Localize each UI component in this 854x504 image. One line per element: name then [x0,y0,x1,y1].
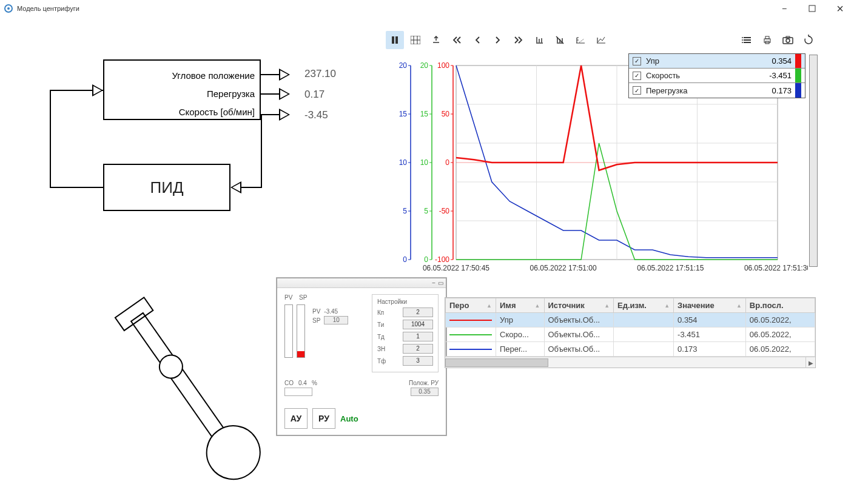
prev-button[interactable] [468,31,486,49]
pos-input[interactable]: 0.35 [411,388,439,396]
titlebar: Модель центрифуги [0,0,854,17]
zn-label: ЗН [377,346,385,352]
svg-point-13 [742,39,743,41]
wire [50,187,103,188]
close-button[interactable]: × [826,0,854,17]
pid-left-panel: PV SP PV-3.45 SP10 [284,294,363,372]
out3-label: Скорость [об/мин] [179,107,255,117]
maximize-button[interactable] [798,0,826,17]
kp-label: Кп [377,309,384,316]
wire [50,90,51,188]
legend-checkbox[interactable]: ✓ [633,86,641,95]
au-button[interactable]: АУ [284,408,308,429]
scale-button[interactable] [571,31,590,49]
minimize-button[interactable]: − [770,0,798,17]
wire [261,93,279,95]
pos-label: Полож. РУ [409,380,439,386]
table-hscroll[interactable]: ▶ [445,357,815,368]
ti-label: Ти [377,321,384,328]
co-input[interactable] [284,388,312,396]
out2-value: 0.17 [304,89,324,101]
hscroll-thumb[interactable] [445,358,548,367]
svg-point-1 [7,7,10,10]
col-src[interactable]: Источник▲ [544,298,614,313]
pause-button[interactable] [386,31,404,49]
zn-input[interactable]: 2 [403,344,433,354]
rewind-button[interactable] [448,31,466,49]
export-button[interactable] [427,31,445,49]
col-unit[interactable]: Ед.изм.▲ [614,298,674,313]
zoom-y-button[interactable] [530,31,548,49]
arrow-icon [230,181,241,193]
svg-text:-100: -100 [435,255,449,264]
list-button[interactable] [738,31,756,49]
tf-input[interactable]: 3 [403,356,433,366]
wire [261,114,262,188]
svg-text:06.05.2022 17:50:45: 06.05.2022 17:50:45 [423,264,489,272]
chart-vscroll[interactable] [809,55,818,267]
svg-text:0: 0 [424,255,428,264]
ru-button[interactable]: РУ [312,408,335,429]
arrow-icon [279,88,290,100]
svg-text:15: 15 [420,110,429,118]
legend-checkbox[interactable]: ✓ [633,57,641,66]
fastforward-button[interactable] [509,31,528,49]
trend-chart-panel: ✓ Упр 0.354 ✓ Скорость -3.451 ✓ Перегруз… [383,30,820,285]
tf-label: Тф [377,358,386,365]
svg-text:5: 5 [424,207,428,215]
window-title: Модель центрифуги [17,5,79,12]
legend-name: Скорость [646,71,680,80]
mode-label: Auto [340,414,358,423]
svg-text:0: 0 [403,255,407,264]
data-table[interactable]: Перо▲ Имя▲ Источник▲ Ед.изм.▲ Значение▲ … [445,297,816,368]
wire [261,74,279,75]
sp-bar[interactable] [297,304,305,358]
chart-legend[interactable]: ✓ Упр 0.354 ✓ Скорость -3.451 ✓ Перегруз… [628,53,805,98]
kp-input[interactable]: 2 [403,307,433,317]
wire [241,187,262,188]
table-row[interactable]: Перег...Объекты.Об...0.17306.05.2022, [446,342,815,357]
print-button[interactable] [758,31,776,49]
legend-item[interactable]: ✓ Упр 0.354 [629,54,805,69]
legend-item[interactable]: ✓ Перегрузка 0.173 [629,83,805,98]
legend-swatch [795,54,801,68]
td-input[interactable]: 1 [403,332,433,341]
svg-text:06.05.2022 17:51:15: 06.05.2022 17:51:15 [637,264,704,272]
grid-button[interactable] [406,31,425,49]
legend-swatch [795,69,801,82]
svg-text:20: 20 [399,61,408,70]
legend-value: -3.451 [769,71,792,80]
col-name[interactable]: Имя▲ [496,298,545,313]
ti-input[interactable]: 1004 [403,320,433,329]
svg-text:06.05.2022 17:51:00: 06.05.2022 17:51:00 [530,264,597,272]
pv-value: -3.45 [324,308,338,315]
legend-checkbox[interactable]: ✓ [633,72,641,80]
disable-zoom-button[interactable] [551,31,569,49]
col-pero[interactable]: Перо▲ [446,298,496,313]
svg-text:20: 20 [420,61,429,70]
window-buttons: − × [770,0,854,17]
svg-text:5: 5 [403,207,407,215]
arrow-icon [92,84,103,96]
table-row[interactable]: Скоро...Объекты.Об...-3.45106.05.2022, [446,328,815,342]
snapshot-button[interactable] [779,31,797,49]
table-row[interactable]: УпрОбъекты.Об...0.35406.05.2022, [446,313,815,328]
pid-settings-panel: Настройки Кп2 Ти1004 Тд1 ЗН2 Тф3 [372,294,439,372]
svg-text:06.05.2022 17:51:30: 06.05.2022 17:51:30 [744,264,808,272]
out1-label: Угловое положение [172,70,255,81]
co-unit: % [312,380,317,386]
co-value: 0.4 [298,380,307,386]
col-value[interactable]: Значение▲ [674,298,746,313]
autoscale-button[interactable] [592,31,610,49]
next-button[interactable] [489,31,507,49]
refresh-button[interactable] [799,31,818,49]
legend-name: Перегрузка [646,86,688,95]
sp-input[interactable]: 10 [324,316,348,324]
arrow-icon [279,109,290,121]
td-label: Тд [377,334,385,340]
col-ts[interactable]: Вр.посл. [745,298,815,313]
hscroll-right[interactable]: ▶ [805,357,815,368]
pid-controller-window[interactable]: − ▭ PV SP PV-3.45 SP10 [277,278,446,435]
legend-item[interactable]: ✓ Скорость -3.451 [629,69,805,83]
out1-value: 237.10 [304,68,336,80]
